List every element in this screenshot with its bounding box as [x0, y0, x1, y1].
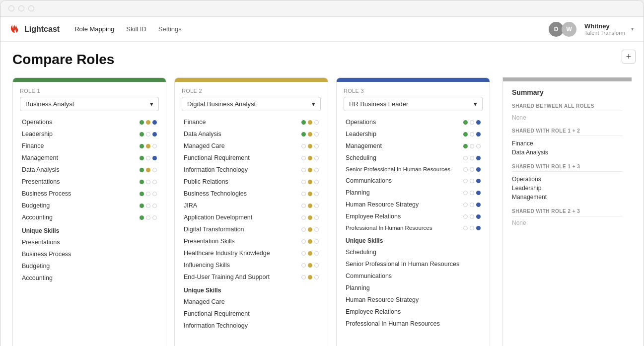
list-item: Employee Relations: [344, 210, 483, 222]
logo: Lightcast: [10, 24, 60, 35]
nav-skill-id[interactable]: Skill ID: [126, 23, 146, 35]
user-name: Whitney: [584, 22, 625, 30]
role-2-card: Role 2 Digital Business Analyst ▾ Financ…: [174, 77, 328, 346]
list-item: Senior Professional In Human Resources: [344, 258, 483, 270]
role-1-card: Role 1 Business Analyst ▾ Operations Le: [12, 77, 166, 346]
list-item: JIRA: [182, 200, 321, 211]
role-3-chevron-icon: ▾: [474, 100, 477, 108]
summary-item: Leadership: [512, 184, 623, 193]
role-3-body: Role 3 HR Business Leader ▾ Operations: [337, 82, 490, 336]
app-window: Lightcast Role Mapping Skill ID Settings…: [0, 0, 644, 346]
summary-shared-23: SHARED WITH ROLE 2 + 3 None: [512, 208, 623, 226]
role-1-select[interactable]: Business Analyst ▾: [20, 97, 159, 111]
role-2-skill-list: Finance Data Analysis Managed Care: [182, 116, 321, 283]
list-item: Budgeting: [20, 200, 159, 211]
page-title: Compare Roles: [12, 52, 114, 68]
user-chevron-icon[interactable]: ▾: [631, 26, 634, 32]
list-item: Employee Relations: [344, 306, 483, 318]
role-3-header: [337, 78, 490, 82]
list-item: Communications: [344, 175, 483, 187]
list-item: Scheduling: [344, 246, 483, 258]
summary-panel: Summary SHARED BETWEEN ALL ROLES None SH…: [502, 77, 632, 346]
nav-settings[interactable]: Settings: [158, 23, 182, 35]
list-item: Human Resource Strategy: [344, 294, 483, 306]
list-item: Business Process: [20, 248, 159, 260]
list-item: Data Analysis: [20, 164, 159, 176]
nav-bar: Lightcast Role Mapping Skill ID Settings…: [0, 17, 644, 42]
list-item: Managed Care: [182, 296, 321, 308]
role-2-body: Role 2 Digital Business Analyst ▾ Financ…: [175, 82, 328, 338]
role-1-unique-list: Presentations Business Process Budgeting…: [20, 236, 159, 284]
maximize-button[interactable]: [28, 5, 34, 11]
summary-item: Data Analysis: [512, 148, 623, 157]
role-2-select[interactable]: Digital Business Analyst ▾: [182, 97, 321, 111]
list-item: Finance: [20, 140, 159, 152]
list-item: Information Technology: [182, 164, 321, 176]
close-button[interactable]: [8, 5, 14, 11]
list-item: Influencing Skills: [182, 259, 321, 271]
list-item: Accounting: [20, 272, 159, 284]
list-item: Senior Professional In Human Resources: [344, 164, 483, 175]
summary-shared-13: SHARED WITH ROLE 1 + 3 Operations Leader…: [512, 164, 623, 202]
minimize-button[interactable]: [18, 5, 24, 11]
role-1-chevron-icon: ▾: [150, 100, 153, 108]
summary-23-label: SHARED WITH ROLE 2 + 3: [512, 208, 623, 214]
list-item: Operations: [20, 116, 159, 128]
role-3-card: Role 3 HR Business Leader ▾ Operations: [336, 77, 490, 346]
unique-skills-header-3: Unique Skills: [344, 233, 483, 246]
summary-shared-all: SHARED BETWEEN ALL ROLES None: [512, 103, 623, 121]
list-item: Functional Requirement: [182, 308, 321, 320]
list-item: Finance: [182, 116, 321, 128]
summary-header-bar: [503, 77, 632, 81]
role-3-unique-list: Scheduling Senior Professional In Human …: [344, 246, 483, 330]
avatar-w: W: [562, 22, 576, 37]
role-2-unique-list: Managed Care Functional Requirement Info…: [182, 296, 321, 332]
add-button[interactable]: +: [622, 50, 636, 64]
list-item: Presentations: [20, 236, 159, 248]
list-item: Professional In Human Resources: [344, 222, 483, 233]
list-item: Functional Requirement: [182, 152, 321, 164]
list-item: Data Analysis: [182, 128, 321, 140]
list-item: Information Technology: [182, 320, 321, 332]
list-item: Management: [20, 152, 159, 164]
list-item: Public Relations: [182, 176, 321, 188]
role-3-select[interactable]: HR Business Leader ▾: [344, 97, 483, 111]
summary-item: Management: [512, 193, 623, 202]
list-item: Human Resource Strategy: [344, 199, 483, 210]
list-item: Leadership: [20, 128, 159, 140]
summary-all-label: SHARED BETWEEN ALL ROLES: [512, 103, 623, 109]
list-item: Business Technologies: [182, 188, 321, 200]
list-item: End-User Training And Support: [182, 271, 321, 283]
list-item: Professional In Human Resources: [344, 318, 483, 330]
role-1-header: [13, 78, 166, 82]
summary-title: Summary: [512, 88, 623, 96]
nav-right: D W Whitney Talent Transform ▾: [551, 22, 634, 37]
list-item: Application Development: [182, 211, 321, 223]
summary-item: Finance: [512, 139, 623, 148]
list-item: Scheduling: [344, 152, 483, 164]
role-1-label: Role 1: [20, 88, 159, 94]
content-wrap: Compare Roles + Role 1 Business Analyst …: [0, 42, 644, 346]
user-subtitle: Talent Transform: [584, 30, 625, 36]
list-item: Presentation Skills: [182, 235, 321, 247]
role-1-skill-list: Operations Leadership Finance: [20, 116, 159, 223]
list-item: Leadership: [344, 128, 483, 140]
logo-text: Lightcast: [24, 25, 60, 34]
logo-icon: [10, 24, 21, 35]
list-item: Digital Transformation: [182, 223, 321, 235]
roles-grid: Role 1 Business Analyst ▾ Operations Le: [12, 77, 502, 346]
list-item: Communications: [344, 270, 483, 282]
role-2-label: Role 2: [182, 88, 321, 94]
role-1-body: Role 1 Business Analyst ▾ Operations Le: [13, 82, 166, 290]
title-bar: [0, 0, 644, 17]
list-item: Planning: [344, 187, 483, 199]
summary-13-label: SHARED WITH ROLE 1 + 3: [512, 164, 623, 169]
role-2-header: [175, 78, 328, 82]
summary-12-label: SHARED WITH ROLE 1 + 2: [512, 128, 623, 134]
list-item: Accounting: [20, 211, 159, 223]
nav-role-mapping[interactable]: Role Mapping: [74, 23, 114, 35]
role-3-label: Role 3: [344, 88, 483, 94]
list-item: Planning: [344, 282, 483, 294]
avatar-group: D W: [551, 22, 576, 37]
user-info: Whitney Talent Transform: [584, 22, 625, 36]
